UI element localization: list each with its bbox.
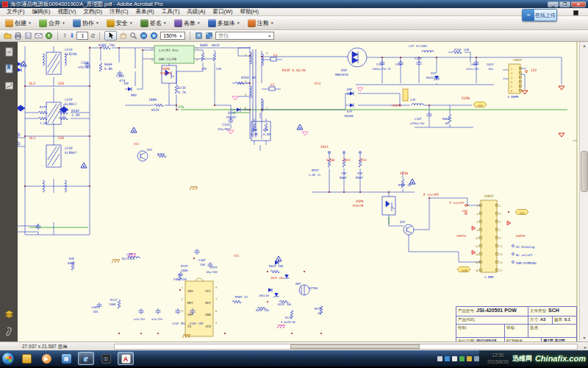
task-button-3[interactable]: 安全▼ xyxy=(104,18,135,28)
svg-text:R40F: R40F xyxy=(200,43,208,47)
svg-text:4: 4 xyxy=(245,79,247,83)
svg-text:Lct/P1 Drv: Lct/P1 Drv xyxy=(159,49,179,52)
fullscreen-icon[interactable] xyxy=(205,32,213,40)
menu-item-2[interactable]: 视图(V) xyxy=(54,8,80,15)
menu-item-5[interactable]: 表单(R) xyxy=(132,8,157,15)
overlay-dot-icon xyxy=(573,10,578,15)
task-button-6[interactable]: 多媒体▼ xyxy=(206,18,243,28)
task-button-0[interactable]: 创建▼ xyxy=(3,18,34,28)
svg-text:F2: F2 xyxy=(270,83,275,87)
menu-item-1[interactable]: 编辑(E) xyxy=(29,8,54,15)
tray-icon-1[interactable] xyxy=(445,356,450,361)
scroll-mode-icon[interactable] xyxy=(195,32,203,40)
task-button-2[interactable]: 协作▼ xyxy=(71,18,101,28)
svg-text:R35F 1R: R35F 1R xyxy=(241,76,256,79)
attachments-panel-icon[interactable] xyxy=(4,326,15,337)
zoom-out-icon[interactable] xyxy=(140,32,148,40)
svg-text:EARTH: EARTH xyxy=(456,234,466,238)
svg-text:5: 5 xyxy=(215,321,217,325)
schematic-labels: LF1FEL8246OL2S2DR16F1.2MR17F1.2MLF2FEL80… xyxy=(29,43,537,328)
collapse-arrow-icon[interactable]: ◂ xyxy=(65,344,67,349)
svg-text:1K: 1K xyxy=(318,311,321,315)
find-input[interactable]: 查找▼ xyxy=(215,32,274,40)
svg-text:R73F: R73F xyxy=(178,86,186,90)
tray-icon-0[interactable] xyxy=(437,356,442,361)
menu-item-0[interactable]: 文件(F) xyxy=(3,8,29,15)
taskbar-media-player[interactable]: ▶ xyxy=(38,352,54,365)
save-icon[interactable] xyxy=(24,32,32,40)
layers-panel-icon[interactable] xyxy=(4,309,15,320)
sheet-border xyxy=(573,42,577,342)
svg-text:C46F: C46F xyxy=(91,305,98,309)
print-icon[interactable] xyxy=(14,32,22,40)
restore-button[interactable]: ❐ xyxy=(559,1,570,7)
task-button-7[interactable]: 注释▼ xyxy=(245,18,276,28)
tray-icon-4[interactable] xyxy=(467,356,472,361)
signatures-panel-icon[interactable] xyxy=(4,80,15,91)
svg-text:3.96MM: 3.96MM xyxy=(507,95,519,99)
svg-text:R66F: R66F xyxy=(340,176,347,180)
pages-panel-icon[interactable] xyxy=(4,46,15,57)
upload-document-icon[interactable] xyxy=(45,32,53,40)
svg-text:18: 18 xyxy=(476,269,478,272)
email-icon[interactable] xyxy=(35,32,43,40)
close-button[interactable]: ✕ xyxy=(571,1,586,7)
svg-text:R17F: R17F xyxy=(285,316,293,319)
svg-text:R75F: R75F xyxy=(157,152,165,156)
zoom-in-icon[interactable] xyxy=(150,32,158,40)
svg-text:1.2M: 1.2M xyxy=(40,121,47,125)
taskbar-internet-explorer[interactable]: e xyxy=(78,352,94,365)
page-dimensions: 27.937 x 21.587 厘米 xyxy=(22,344,67,350)
taskbar-media-center[interactable]: ▦ xyxy=(58,352,74,365)
task-button-1[interactable]: 合并▼ xyxy=(37,18,68,28)
tray-icon-3[interactable] xyxy=(459,356,465,361)
task-button-5[interactable]: 表单▼ xyxy=(172,18,203,28)
system-tray[interactable] xyxy=(437,356,479,361)
scroll-up-arrow[interactable]: ▲ xyxy=(581,42,588,49)
document-canvas[interactable]: LF1FEL8246OL2S2DR16F1.2MR17F1.2MLF2FEL80… xyxy=(18,42,579,342)
svg-text:17: 17 xyxy=(499,269,502,272)
tray-icon-2[interactable] xyxy=(452,356,457,361)
vertical-scroll-thumb[interactable] xyxy=(581,151,588,192)
vertical-scrollbar[interactable]: ▲ ▼ xyxy=(579,42,588,342)
task-button-icon xyxy=(39,19,47,27)
svg-text:22K: 22K xyxy=(216,67,222,71)
online-upload-button[interactable]: ⌁ 在线上传 xyxy=(522,9,557,21)
svg-text:R44F: R44F xyxy=(104,63,112,66)
page-number-input[interactable]: 1 xyxy=(76,32,88,40)
menu-item-8[interactable]: 窗口(W) xyxy=(209,8,236,15)
previous-page-button[interactable]: ⬆ xyxy=(62,33,68,39)
svg-text:C36F: C36F xyxy=(198,258,206,262)
taskbar-windows-explorer[interactable] xyxy=(18,352,35,365)
svg-text:100K: 100K xyxy=(109,302,116,306)
svg-text:+24V: +24V xyxy=(461,269,468,272)
select-tool-button[interactable] xyxy=(104,31,117,40)
menu-item-4[interactable]: 注释(C) xyxy=(106,8,132,15)
hand-tool-icon[interactable] xyxy=(119,32,127,40)
start-button[interactable] xyxy=(1,352,15,365)
marquee-zoom-icon[interactable] xyxy=(129,32,137,40)
svg-text:24V: 24V xyxy=(462,209,467,213)
open-icon[interactable] xyxy=(4,32,12,40)
horizontal-scroll-thumb[interactable] xyxy=(290,344,420,349)
next-page-button[interactable]: ⬇ xyxy=(70,33,75,39)
scroll-down-arrow[interactable]: ▼ xyxy=(581,334,588,342)
task-button-4[interactable]: 签名▼ xyxy=(138,18,169,28)
svg-text:24V1: 24V1 xyxy=(343,158,351,162)
task-button-label: 签名 xyxy=(150,19,162,27)
taskbar-chinafix-tool[interactable]: ⚿ xyxy=(98,352,114,365)
tray-icon-5[interactable] xyxy=(474,356,479,361)
menu-item-7[interactable]: 高级(A) xyxy=(183,8,209,15)
bookmarks-panel-icon[interactable] xyxy=(4,63,15,74)
taskbar-adobe-reader[interactable]: A xyxy=(118,352,134,365)
menu-item-9[interactable]: 帮助(H) xyxy=(237,8,262,15)
svg-text:100R: 100R xyxy=(148,98,157,102)
svg-text:10: 10 xyxy=(476,237,478,240)
zoom-level-select[interactable]: 150%▼ xyxy=(160,32,185,40)
minimize-button[interactable]: ▁ xyxy=(548,1,559,7)
menu-item-3[interactable]: 文档(D) xyxy=(80,8,106,15)
svg-text:4: 4 xyxy=(477,213,478,216)
horizontal-scrollbar[interactable] xyxy=(114,344,578,350)
menu-item-6[interactable]: 工具(T) xyxy=(158,8,184,15)
svg-text:6: 6 xyxy=(215,309,218,313)
